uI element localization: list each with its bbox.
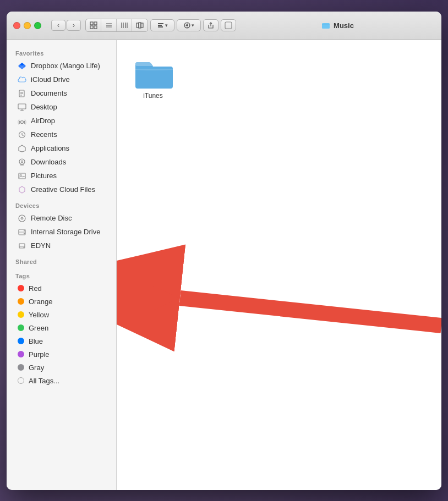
- remotedisc-label: Remote Disc: [31, 214, 72, 222]
- sidebar-item-tag-gray[interactable]: Gray: [9, 361, 114, 374]
- desktop-label: Desktop: [31, 103, 57, 111]
- window-title: Music: [334, 21, 354, 30]
- sidebar-item-tag-alltags[interactable]: All Tags...: [9, 375, 114, 387]
- orange-tag-dot: [18, 298, 24, 305]
- share-button[interactable]: [203, 19, 218, 31]
- svg-rect-44: [19, 173, 25, 179]
- blue-tag-dot: [18, 338, 24, 344]
- green-tag-dot: [18, 324, 24, 331]
- column-view-btn[interactable]: [117, 19, 132, 31]
- creativecloud-label: Creative Cloud Files: [31, 185, 95, 194]
- documents-icon: [18, 89, 26, 98]
- sidebar-item-pictures[interactable]: Pictures: [9, 169, 114, 183]
- yellow-tag-label: Yellow: [29, 311, 49, 319]
- sidebar-item-creativecloud[interactable]: Creative Cloud Files: [9, 183, 114, 196]
- svg-point-51: [24, 230, 25, 231]
- applications-label: Applications: [31, 144, 69, 152]
- content-area: Favorites Dropbox (Mango Life) iCloud Dr…: [7, 40, 441, 490]
- svg-rect-15: [158, 25, 162, 26]
- sidebar-item-internal[interactable]: Internal Storage Drive: [9, 225, 114, 239]
- back-button[interactable]: ‹: [51, 20, 65, 31]
- svg-rect-0: [90, 22, 93, 25]
- airdrop-label: AirDrop: [31, 117, 55, 125]
- gray-tag-dot: [18, 364, 24, 371]
- sidebar-item-documents[interactable]: Documents: [9, 87, 114, 100]
- sidebar-item-tag-orange[interactable]: Orange: [9, 295, 114, 308]
- disc-icon: [18, 214, 26, 223]
- window-title-area: Music: [241, 21, 435, 30]
- gray-tag-label: Gray: [29, 364, 44, 372]
- purple-tag-dot: [18, 351, 24, 357]
- svg-point-48: [21, 218, 23, 219]
- svg-point-52: [24, 233, 25, 234]
- icloud-icon: [18, 75, 26, 84]
- sidebar: Favorites Dropbox (Mango Life) iCloud Dr…: [7, 40, 117, 490]
- sidebar-item-tag-yellow[interactable]: Yellow: [9, 309, 114, 321]
- title-bar: ‹ › ▾: [7, 12, 441, 40]
- svg-point-37: [21, 120, 24, 123]
- svg-line-40: [22, 135, 24, 136]
- sidebar-item-dropbox[interactable]: Dropbox (Mango Life): [9, 59, 114, 73]
- sidebar-item-edyn[interactable]: EDYN: [9, 239, 114, 252]
- svg-rect-1: [94, 22, 97, 25]
- tags-header: Tags: [7, 267, 116, 282]
- recents-icon: [18, 130, 26, 139]
- icon-view-btn[interactable]: [86, 19, 101, 31]
- sidebar-item-airdrop[interactable]: AirDrop: [9, 114, 114, 128]
- coverflow-view-btn[interactable]: [132, 19, 147, 31]
- itunes-folder[interactable]: iTunes: [133, 57, 173, 100]
- sidebar-item-tag-purple[interactable]: Purple: [9, 348, 114, 361]
- downloads-label: Downloads: [31, 158, 66, 166]
- label-button[interactable]: [221, 19, 236, 31]
- svg-rect-14: [158, 23, 163, 24]
- view-mode-group: [85, 19, 148, 32]
- music-folder-icon: [321, 21, 330, 30]
- orange-tag-label: Orange: [29, 298, 52, 306]
- sidebar-item-desktop[interactable]: Desktop: [9, 101, 114, 114]
- forward-button[interactable]: ›: [67, 20, 81, 31]
- applications-icon: [18, 144, 26, 153]
- sidebar-item-tag-red[interactable]: Red: [9, 282, 114, 295]
- icloud-label: iCloud Drive: [31, 75, 70, 84]
- action-button[interactable]: ▾: [177, 19, 201, 31]
- traffic-lights: [13, 22, 41, 29]
- sidebar-item-applications[interactable]: Applications: [9, 142, 114, 155]
- svg-marker-58: [150, 284, 180, 312]
- airdrop-icon: [18, 117, 26, 125]
- sidebar-item-downloads[interactable]: Downloads: [9, 156, 114, 169]
- creativecloud-icon: [18, 185, 26, 194]
- blue-tag-label: Blue: [29, 337, 43, 345]
- red-tag-dot: [18, 285, 24, 291]
- svg-rect-2: [90, 26, 93, 29]
- purple-tag-label: Purple: [29, 350, 50, 359]
- close-button[interactable]: [13, 22, 20, 29]
- pictures-label: Pictures: [31, 172, 57, 180]
- internal-label: Internal Storage Drive: [31, 228, 100, 236]
- arrange-button[interactable]: ▾: [150, 19, 174, 31]
- view-toolbar: ▾ ▾: [85, 19, 236, 32]
- svg-rect-16: [158, 26, 163, 27]
- finder-window: ‹ › ▾: [7, 12, 441, 490]
- recents-label: Recents: [31, 130, 57, 139]
- main-pane: iTunes: [117, 40, 441, 490]
- maximize-button[interactable]: [34, 22, 41, 29]
- sidebar-item-remotedisc[interactable]: Remote Disc: [9, 212, 114, 225]
- sidebar-item-icloud[interactable]: iCloud Drive: [9, 73, 114, 86]
- sidebar-item-tag-blue[interactable]: Blue: [9, 335, 114, 348]
- minimize-button[interactable]: [24, 22, 31, 29]
- svg-rect-3: [94, 26, 97, 29]
- nav-buttons: ‹ ›: [51, 20, 81, 31]
- svg-rect-24: [225, 22, 232, 29]
- svg-point-18: [186, 24, 188, 26]
- shared-header: Shared: [7, 253, 116, 267]
- list-view-btn[interactable]: [101, 19, 117, 31]
- svg-rect-12: [139, 23, 141, 28]
- folder-label: iTunes: [143, 92, 163, 100]
- sidebar-item-recents[interactable]: Recents: [9, 128, 114, 141]
- devices-header: Devices: [7, 197, 116, 211]
- pictures-icon: [18, 172, 26, 180]
- documents-label: Documents: [31, 89, 67, 97]
- sidebar-item-tag-green[interactable]: Green: [9, 322, 114, 334]
- dropbox-label: Dropbox (Mango Life): [31, 62, 100, 70]
- downloads-icon: [18, 158, 26, 167]
